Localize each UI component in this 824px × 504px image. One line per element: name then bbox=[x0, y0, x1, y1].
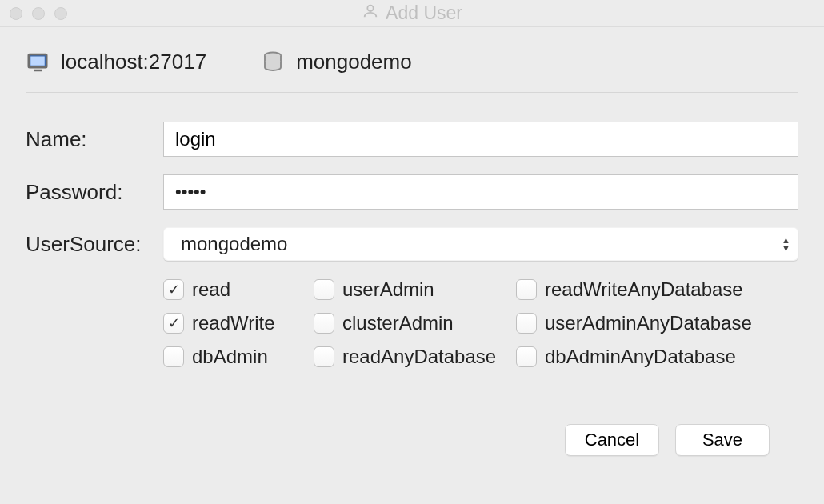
monitor-icon bbox=[26, 50, 50, 74]
name-input[interactable] bbox=[163, 122, 798, 157]
role-label: clusterAdmin bbox=[342, 312, 454, 334]
svg-point-0 bbox=[367, 5, 373, 10]
role-useradminanydatabase[interactable]: userAdminAnyDatabase bbox=[516, 312, 798, 334]
database-icon bbox=[261, 50, 285, 74]
checkbox-icon bbox=[516, 313, 537, 334]
role-label: userAdminAnyDatabase bbox=[545, 312, 752, 334]
usersource-select[interactable]: mongodemo ▲ ▼ bbox=[163, 227, 798, 261]
role-readwrite[interactable]: ✓ readWrite bbox=[163, 312, 307, 334]
checkbox-icon bbox=[314, 313, 334, 334]
cancel-button[interactable]: Cancel bbox=[565, 424, 659, 456]
role-label: readWriteAnyDatabase bbox=[545, 278, 743, 301]
checkbox-icon bbox=[314, 346, 334, 367]
role-readwriteanydatabase[interactable]: readWriteAnyDatabase bbox=[516, 278, 798, 301]
checkbox-icon bbox=[516, 346, 537, 367]
role-label: readAnyDatabase bbox=[342, 346, 496, 368]
role-label: dbAdmin bbox=[192, 346, 268, 368]
checkbox-icon bbox=[163, 346, 184, 367]
role-dbadminanydatabase[interactable]: dbAdminAnyDatabase bbox=[516, 346, 798, 368]
window-title: Add User bbox=[386, 2, 462, 24]
name-label: Name: bbox=[26, 127, 163, 152]
checkbox-icon bbox=[516, 279, 537, 300]
role-label: dbAdminAnyDatabase bbox=[545, 346, 736, 368]
checkbox-icon bbox=[314, 279, 334, 300]
save-button[interactable]: Save bbox=[675, 424, 770, 456]
role-useradmin[interactable]: userAdmin bbox=[314, 278, 510, 301]
add-user-icon bbox=[362, 2, 379, 25]
role-clusteradmin[interactable]: clusterAdmin bbox=[314, 312, 510, 334]
window-controls bbox=[10, 7, 67, 20]
roles-grid: ✓ read userAdmin readWriteAnyDatabase ✓ … bbox=[163, 278, 798, 368]
role-dbadmin[interactable]: dbAdmin bbox=[163, 346, 307, 368]
role-label: userAdmin bbox=[342, 278, 434, 301]
role-label: readWrite bbox=[192, 312, 275, 334]
host-label: localhost:27017 bbox=[61, 50, 206, 74]
database-label: mongodemo bbox=[296, 50, 412, 74]
password-label: Password: bbox=[26, 180, 163, 205]
role-read[interactable]: ✓ read bbox=[163, 278, 307, 301]
breadcrumb: localhost:27017 mongodemo bbox=[26, 50, 798, 93]
svg-rect-3 bbox=[34, 69, 42, 71]
zoom-window-icon[interactable] bbox=[54, 7, 67, 20]
close-window-icon[interactable] bbox=[10, 7, 22, 20]
window-titlebar: Add User bbox=[0, 0, 824, 27]
password-input[interactable]: ••••• bbox=[163, 174, 798, 210]
usersource-label: UserSource: bbox=[26, 232, 163, 257]
checkbox-icon: ✓ bbox=[163, 313, 184, 334]
role-readanydatabase[interactable]: readAnyDatabase bbox=[314, 346, 510, 368]
checkbox-icon: ✓ bbox=[163, 279, 184, 300]
role-label: read bbox=[192, 278, 230, 301]
svg-rect-2 bbox=[30, 56, 45, 65]
dialog-footer: Cancel Save bbox=[26, 424, 798, 456]
minimize-window-icon[interactable] bbox=[32, 7, 45, 20]
usersource-value: mongodemo bbox=[163, 227, 798, 261]
